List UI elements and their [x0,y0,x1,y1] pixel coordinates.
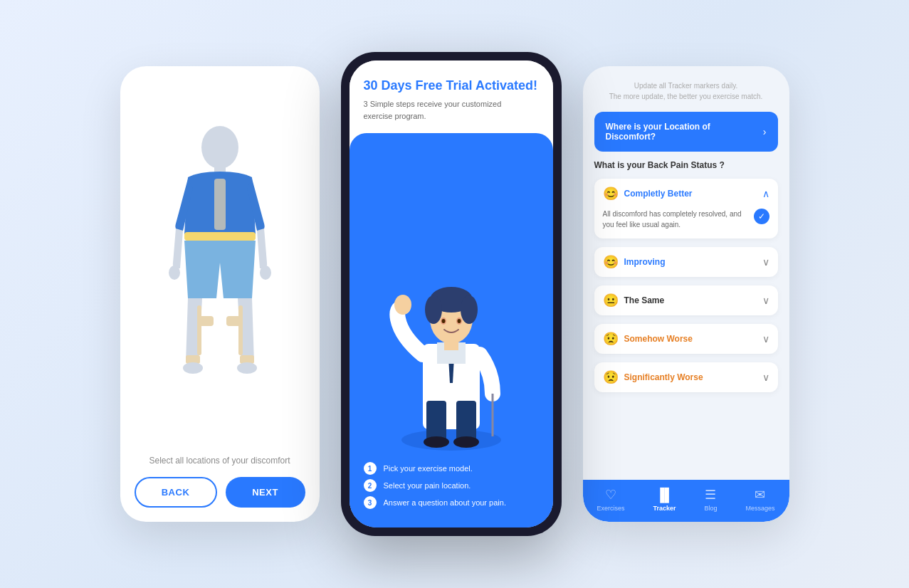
right-content: Update all Tracker markers daily. The mo… [583,66,789,480]
svg-point-0 [201,126,238,169]
nav-exercises[interactable]: ♡ Exercises [597,487,624,512]
emoji-significantly-worse: 😟 [603,369,619,385]
exercises-icon: ♡ [605,487,616,503]
tracker-icon: ▐▌ [656,488,674,503]
status-left-completely-better: 😊 Completly Better [603,186,693,201]
location-btn-arrow: › [763,126,767,137]
status-item-somehow-worse: 😟 Somehow Worse ∨ [594,324,778,354]
screens-container: Select all locations of your discomfort … [0,0,909,588]
svg-rect-13 [238,305,243,355]
svg-rect-30 [444,340,458,350]
svg-point-31 [394,295,411,315]
svg-rect-11 [214,179,226,230]
location-btn-text: Where is your Location of Discomfort? [606,122,763,142]
status-left-significantly-worse: 😟 Significantly Worse [603,369,703,385]
status-item-completely-better: 😊 Completly Better ∧ All discomford has … [594,179,778,238]
svg-point-29 [457,319,461,323]
label-the-same: The Same [624,295,665,305]
emoji-completely-better: 😊 [603,186,619,201]
status-header-improving[interactable]: 😊 Improving ∨ [594,247,778,277]
status-left-the-same: 😐 The Same [603,293,665,308]
steps-section: 1 Pick your exercise model. 2 Select you… [350,451,553,527]
location-btn[interactable]: Where is your Location of Discomfort? › [594,112,778,152]
status-item-improving: 😊 Improving ∨ [594,247,778,277]
nav-tracker[interactable]: ▐▌ Tracker [653,488,676,512]
svg-point-10 [237,362,257,374]
status-left-somehow-worse: 😟 Somehow Worse [603,331,693,347]
svg-point-3 [260,266,271,280]
svg-rect-4 [184,232,256,241]
desc-completely-better: All discomford has completely resolved, … [603,209,748,230]
step-1: 1 Pick your exercise model. [364,462,539,475]
phone-top-section: 30 Days Free Trial Activated! 3 Simple s… [350,61,553,133]
svg-point-18 [424,436,449,448]
exercises-label: Exercises [597,505,624,512]
back-button[interactable]: BACK [135,477,217,508]
nav-blog[interactable]: ☰ Blog [704,487,717,512]
phone-blue-section: 1 Pick your exercise model. 2 Select you… [350,133,553,527]
svg-point-14 [401,429,501,451]
status-expanded-completely-better: All discomford has completely resolved, … [594,209,778,238]
status-header-the-same[interactable]: 😐 The Same ∨ [594,285,778,315]
status-left-improving: 😊 Improving [603,254,666,270]
svg-point-25 [461,295,478,324]
left-caption: Select all locations of your discomfort [149,456,290,466]
emoji-improving: 😊 [603,254,619,270]
label-somehow-worse: Somehow Worse [624,334,693,344]
middle-phone: 30 Days Free Trial Activated! 3 Simple s… [341,52,562,536]
messages-label: Messages [745,505,774,512]
blog-label: Blog [704,505,717,512]
blog-icon: ☰ [705,487,716,503]
emoji-the-same: 😐 [603,293,619,308]
step-2-text: Select your pain location. [384,481,471,490]
svg-point-24 [425,295,442,324]
chevron-somehow-worse: ∨ [762,333,769,345]
checkmark-completely-better: ✓ [754,209,769,224]
svg-rect-12 [197,305,201,355]
status-header-completely-better[interactable]: 😊 Completly Better ∧ [594,179,778,209]
label-significantly-worse: Significantly Worse [624,372,703,382]
messages-icon: ✉ [755,487,765,503]
right-screen: Update all Tracker markers daily. The mo… [583,66,789,522]
left-btn-row: BACK NEXT [135,477,305,508]
chevron-the-same: ∨ [762,295,769,306]
pain-status-label: What is your Back Pain Status ? [594,160,778,170]
trial-subtitle: 3 Simple steps receive your customizedex… [364,98,539,122]
body-svg [163,120,277,419]
nav-messages[interactable]: ✉ Messages [745,487,774,512]
chevron-improving: ∨ [762,256,769,268]
status-header-significantly-worse[interactable]: 😟 Significantly Worse ∨ [594,362,778,392]
doctor-area [350,133,553,451]
left-screen: Select all locations of your discomfort … [120,66,320,522]
chevron-significantly-worse: ∨ [762,372,769,383]
body-figure [135,83,305,456]
doctor-svg [380,251,522,451]
svg-point-19 [453,436,479,448]
tracker-hint: Update all Tracker markers daily. The mo… [594,80,778,102]
step-1-text: Pick your exercise model. [384,464,473,473]
bottom-nav: ♡ Exercises ▐▌ Tracker ☰ Blog ✉ Messages [583,480,789,522]
label-completely-better: Completly Better [624,189,693,199]
svg-point-2 [169,266,180,280]
step-3-text: Answer a question about your pain. [384,498,506,507]
status-item-significantly-worse: 😟 Significantly Worse ∨ [594,362,778,392]
tracker-label: Tracker [653,505,676,512]
step-3-num: 3 [364,496,377,509]
status-header-somehow-worse[interactable]: 😟 Somehow Worse ∨ [594,324,778,354]
label-improving: Improving [624,257,666,267]
step-2: 2 Select your pain location. [364,479,539,492]
step-3: 3 Answer a question about your pain. [364,496,539,509]
step-1-num: 1 [364,462,377,475]
status-item-the-same: 😐 The Same ∨ [594,285,778,315]
svg-point-28 [441,319,445,323]
phone-inner: 30 Days Free Trial Activated! 3 Simple s… [350,61,553,527]
svg-point-9 [183,362,203,374]
chevron-up-completely-better: ∧ [762,188,769,199]
step-2-num: 2 [364,479,377,492]
next-button[interactable]: NEXT [226,477,305,508]
trial-title: 30 Days Free Trial Activated! [364,78,539,94]
emoji-somehow-worse: 😟 [603,331,619,347]
